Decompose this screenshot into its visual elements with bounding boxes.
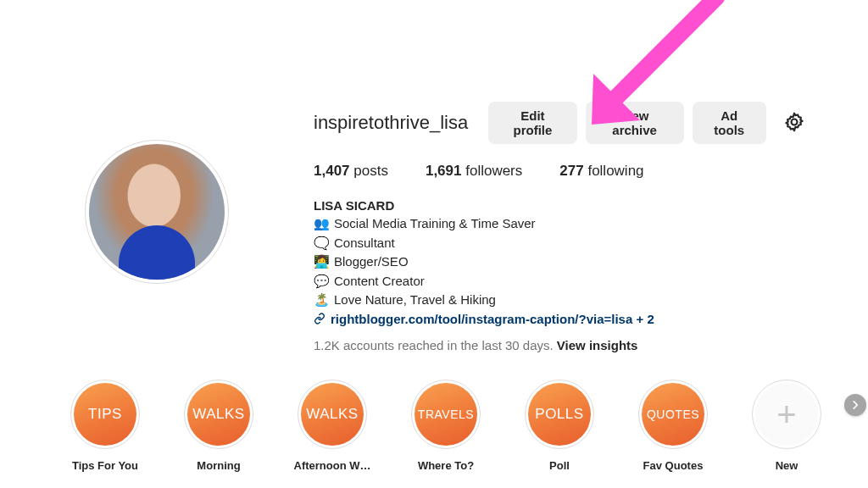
highlight-cover-text: WALKS <box>301 383 364 446</box>
highlights-row: TIPSTips For YouWALKSMorningWALKSAfterno… <box>0 352 868 472</box>
highlight-item[interactable]: WALKSAfternoon W… <box>295 380 370 472</box>
profile-actions-row: inspiretothrive_lisa Edit profile View a… <box>314 102 809 144</box>
followers-stat[interactable]: 1,691 followers <box>426 163 522 180</box>
highlight-cover: POLLS <box>525 380 594 449</box>
bio-name: LISA SICARD <box>314 198 809 213</box>
highlight-cover: TRAVELS <box>411 380 481 449</box>
highlight-cover: WALKS <box>184 380 253 449</box>
highlight-label: Morning <box>197 459 240 472</box>
bio-emoji: 👩‍💻 <box>314 252 329 272</box>
highlight-item[interactable]: TRAVELSWhere To? <box>409 380 483 472</box>
bio-line: 🗨️Consultant <box>314 234 809 253</box>
link-icon <box>314 313 326 324</box>
bio-line: 💬Content Creator <box>314 272 809 291</box>
highlight-new-cover: + <box>752 380 821 449</box>
highlight-item[interactable]: WALKSMorning <box>181 380 256 472</box>
bio-emoji: 🏝️ <box>314 291 329 310</box>
profile-info: inspiretothrive_lisa Edit profile View a… <box>314 102 809 352</box>
highlight-item[interactable]: POLLSPoll <box>522 380 597 472</box>
bio-line: 🏝️Love Nature, Travel & Hiking <box>314 291 809 310</box>
highlight-cover-text: TIPS <box>74 383 136 446</box>
highlight-label: New <box>776 459 798 472</box>
view-insights-link[interactable]: View insights <box>557 338 638 352</box>
username: inspiretothrive_lisa <box>314 112 468 134</box>
edit-profile-button[interactable]: Edit profile <box>488 102 576 144</box>
bio-emoji: 👥 <box>314 214 329 234</box>
highlights-next-button[interactable] <box>844 394 866 416</box>
highlight-new[interactable]: +New <box>749 380 824 472</box>
profile-header: inspiretothrive_lisa Edit profile View a… <box>0 0 868 352</box>
bio-text: Content Creator <box>334 272 425 291</box>
highlight-cover-text: TRAVELS <box>415 383 477 446</box>
view-archive-button[interactable]: View archive <box>586 102 684 144</box>
bio-lines: 👥Social Media Training & Time Saver🗨️Con… <box>314 214 809 310</box>
bio-emoji: 🗨️ <box>314 234 329 253</box>
plus-icon: + <box>755 383 818 446</box>
highlight-cover-text: QUOTES <box>642 383 704 446</box>
avatar[interactable] <box>85 140 229 284</box>
highlight-label: Where To? <box>418 459 474 472</box>
gear-icon <box>783 111 805 133</box>
bio-link[interactable]: rightblogger.com/tool/instagram-caption/… <box>314 312 809 326</box>
bio-text: Consultant <box>334 234 395 253</box>
highlight-item[interactable]: QUOTESFav Quotes <box>636 380 710 472</box>
chevron-right-icon <box>849 399 861 411</box>
bio-text: Love Nature, Travel & Hiking <box>334 291 496 310</box>
highlight-label: Poll <box>549 459 570 472</box>
highlight-label: Fav Quotes <box>643 459 704 472</box>
stats-row: 1,407 posts 1,691 followers 277 followin… <box>314 163 809 180</box>
highlight-cover-text: POLLS <box>528 383 591 446</box>
highlight-item[interactable]: TIPSTips For You <box>68 380 142 472</box>
following-stat[interactable]: 277 following <box>559 163 643 180</box>
posts-stat[interactable]: 1,407 posts <box>314 163 388 180</box>
bio-text: Social Media Training & Time Saver <box>334 214 536 234</box>
highlight-label: Tips For You <box>72 459 138 472</box>
settings-button[interactable] <box>780 108 809 139</box>
bio-line: 👥Social Media Training & Time Saver <box>314 214 809 234</box>
highlight-cover: QUOTES <box>638 380 708 449</box>
highlight-label: Afternoon W… <box>294 459 371 472</box>
bio-emoji: 💬 <box>314 272 329 291</box>
bio-text: Blogger/SEO <box>334 252 409 272</box>
ad-tools-button[interactable]: Ad tools <box>693 102 767 144</box>
svg-point-0 <box>792 119 798 125</box>
bio-line: 👩‍💻Blogger/SEO <box>314 252 809 272</box>
insights-row: 1.2K accounts reached in the last 30 day… <box>314 338 809 352</box>
highlight-cover: TIPS <box>70 380 140 449</box>
highlight-cover: WALKS <box>298 380 367 449</box>
highlight-cover-text: WALKS <box>187 383 250 446</box>
